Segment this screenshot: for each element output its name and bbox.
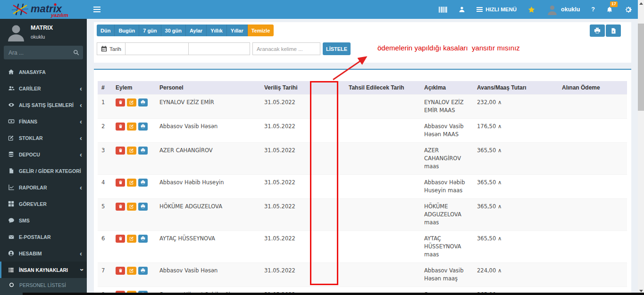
sidebar-item-g-revler[interactable]: GÖREVLER [0,196,87,212]
row-number: 3 [98,142,112,174]
date-to-input[interactable] [188,42,250,55]
clear-filter-button[interactable]: Temizle [248,25,274,36]
avans-tutari-cell: 176,50 ∧ [473,118,558,142]
edit-button[interactable] [127,179,136,187]
column-header-avans-maa-tutar-: Avans/Maaş Tutarı [473,81,558,94]
avans-tutari-cell: 224,00 ∧ [473,262,558,287]
edit-button[interactable] [127,98,136,107]
sidebar-user-sub: okuklu [31,34,53,40]
sidebar-item-hesabim[interactable]: HESABIM‹ [0,245,87,262]
delete-button[interactable] [116,267,125,275]
print-button[interactable] [138,267,148,275]
alinan-odeme-cell [558,94,627,118]
table-row: 7Abbasov Vasib Həsən31.05.2022Abbasov Va… [98,262,627,287]
delete-button[interactable] [116,147,125,155]
range-button-bug-n[interactable]: Bugün [115,25,139,36]
print-export-button[interactable] [590,25,605,37]
search-icon[interactable] [69,46,83,59]
print-button[interactable] [138,235,148,243]
date-range-label: Tarih [97,42,125,55]
edit-button[interactable] [127,235,136,243]
scrollbar-up-arrow[interactable] [639,2,643,5]
print-button[interactable] [138,179,148,187]
notifications-button[interactable]: 17 [601,0,619,19]
print-button[interactable] [138,123,148,131]
verilis-tarihi-cell: 31.05.2022 [260,262,306,287]
brand-logo[interactable]: matrix yazılım [0,0,87,19]
keyword-input[interactable] [252,42,320,55]
edit-button[interactable] [127,267,136,275]
sidebar-item-depocu[interactable]: DEPOCU‹ [0,146,87,163]
range-button-d-n[interactable]: Dün [97,25,115,36]
avans-tutari-cell: 365,50 ∧ [473,142,558,174]
alinan-odeme-cell [558,230,627,262]
quick-menu-button[interactable]: HIZLI MENÜ [471,0,522,19]
table-row: 5HÖKÜME ADGUZELOVA31.05.2022HÖKÜME ADGUZ… [98,198,627,230]
barcode-nav-button[interactable] [433,0,453,19]
delete-button[interactable] [116,98,125,107]
date-from-input[interactable] [125,42,189,55]
sidebar-item-geli-r-gi-der-kategori-[interactable]: GELİR / GİDER KATEGORİ [0,163,87,179]
favorites-star-button[interactable] [522,0,541,19]
range-button-aylar[interactable]: Aylar [186,25,207,36]
row-actions [112,262,156,287]
alinan-odeme-cell [558,174,627,198]
sidebar-item-stoklar[interactable]: STOKLAR‹ [0,130,87,146]
aciklama-cell: Abbasov Vasib Həsən MAAS [420,118,473,142]
list-icon [7,267,15,273]
personel-cell: EYNALOV EZİZ EMİR [156,94,260,118]
edit-button[interactable] [127,203,136,211]
settings-gear-button[interactable] [619,0,638,19]
sidebar-item-ali-sati-i-lemleri-[interactable]: ALIŞ SATIŞ İŞLEMLERİ‹ [0,97,87,113]
sidebar-toggle-button[interactable] [87,0,107,19]
sidebar-subitem-personel-li-stesi-[interactable]: PERSONEL LİSTESİ [0,278,87,292]
home-icon [7,69,15,75]
range-button-y-llar[interactable]: Yıllar [227,25,248,36]
table-box: #EylemPersonelVeriliş TarihiTahsil Edile… [94,69,631,295]
scrollbar-thumb[interactable] [638,24,644,111]
tahsil-tarihi-cell [345,198,420,230]
comment-icon [7,217,15,223]
user-nav-button[interactable] [453,0,471,19]
tahsil-tarihi-cell [345,142,420,174]
excel-export-button[interactable]: x [606,25,621,37]
sidebar-item-fi-nans[interactable]: FİNANS‹ [0,113,87,130]
sidebar-search-input[interactable] [4,49,69,56]
verilis-tarihi-cell: 31.05.2022 [260,118,306,142]
vertical-scrollbar[interactable] [638,0,644,295]
sidebar-item-sms[interactable]: SMS [0,212,87,229]
print-button[interactable] [138,98,148,107]
scrollbar-down-arrow[interactable] [639,290,643,292]
range-button-30-g-n[interactable]: 30 gün [161,25,186,36]
avans-tutari-cell: 365,50 ∧ [473,198,558,230]
sidebar-item-raporlar[interactable]: RAPORLAR‹ [0,179,87,196]
range-button-y-ll-k[interactable]: Yıllık [207,25,227,36]
delete-button[interactable] [116,235,125,243]
row-actions [112,198,156,230]
print-button[interactable] [138,203,148,211]
verilis-tarihi-cell: 31.05.2022 [260,142,306,174]
range-button-7-g-n[interactable]: 7 gün [139,25,161,36]
sidebar-item-e-postalar[interactable]: E-POSTALAR [0,229,87,245]
edit-button[interactable] [127,123,136,131]
edit-button[interactable] [127,147,136,155]
user-menu-button[interactable]: okuklu [541,0,585,19]
delete-button[interactable] [116,123,125,131]
alinan-odeme-cell [558,198,627,230]
top-navbar: matrix yazılım HIZLI MENÜokuklu?17 [0,0,638,19]
sidebar-item-i-nsan-kaynaklari[interactable]: İNSAN KAYNAKLARI‹ [0,262,87,278]
sidebar-item-cari-ler[interactable]: CARİLER‹ [0,80,87,97]
personel-cell: AZER CAHANGİROV [156,142,260,174]
row-number: 1 [98,94,112,118]
aciklama-cell: HÖKÜME ADGUZELOVA maas [420,198,473,230]
sidebar: MATRIX okuklu ANASAYFACARİLER‹ALIŞ SATIŞ… [0,19,87,295]
avans-tutari-cell: 365,50 ∧ [473,230,558,262]
delete-button[interactable] [116,179,125,187]
help-button[interactable]: ? [585,0,601,19]
envelope-icon [7,234,15,240]
sidebar-item-anasayfa[interactable]: ANASAYFA [0,64,87,80]
alinan-odeme-cell [558,262,627,287]
delete-button[interactable] [116,203,125,211]
print-button[interactable] [138,147,148,155]
verilis-tarihi-cell: 31.05.2022 [260,174,306,198]
